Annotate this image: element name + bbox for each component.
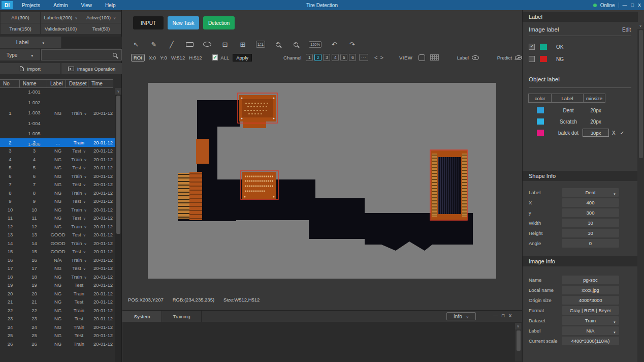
- console-scrollbar[interactable]: [515, 323, 522, 361]
- label-eye-icon[interactable]: [472, 55, 479, 60]
- filter-test-50[interactable]: Test(50): [81, 23, 121, 34]
- chevron-down-icon[interactable]: [83, 165, 86, 170]
- image-info-dataset-value[interactable]: Train: [562, 316, 619, 325]
- maximize-button[interactable]: □: [631, 3, 634, 8]
- chevron-down-icon[interactable]: [84, 240, 87, 246]
- table-row[interactable]: 2121NGTest20-01-12: [0, 298, 116, 307]
- menu-admin[interactable]: Admin: [53, 3, 68, 8]
- scrollbar-thumb[interactable]: [639, 30, 643, 158]
- tool-pen-icon[interactable]: ✎: [149, 39, 159, 50]
- column-header-no[interactable]: No: [0, 79, 20, 88]
- table-row[interactable]: 1919NGTest20-01-12: [0, 281, 116, 290]
- chevron-down-icon[interactable]: [83, 249, 86, 254]
- detection-button[interactable]: Detection: [203, 16, 235, 29]
- tool-fit-region-icon[interactable]: ⊞: [238, 39, 248, 50]
- table-row[interactable]: 2020NGTrain20-01-12: [0, 289, 116, 298]
- chevron-down-icon[interactable]: [84, 207, 87, 213]
- channel-3-button[interactable]: 3: [323, 54, 330, 61]
- shape-info-x-value[interactable]: 400: [562, 198, 619, 207]
- table-row[interactable]: 55NGTest20-01-12: [0, 164, 116, 172]
- column-header-time[interactable]: Time: [88, 79, 113, 88]
- chevron-down-icon[interactable]: [84, 157, 87, 162]
- table-row[interactable]: 88NGTrain20-01-12: [0, 189, 116, 197]
- checkbox[interactable]: [529, 56, 535, 62]
- checkbox[interactable]: [529, 44, 535, 50]
- minsize-input[interactable]: [583, 129, 609, 137]
- filter-validation-100[interactable]: Validation(100): [41, 23, 81, 34]
- table-row-group[interactable]: 11-0011-0021-0031-0041-0051-006NGTrain20…: [0, 88, 116, 138]
- image-info-name-value[interactable]: pg-soc: [562, 276, 619, 284]
- table-row[interactable]: 1818NGTrain20-01-12: [0, 273, 116, 281]
- column-header-name[interactable]: Name: [19, 79, 47, 88]
- menu-help[interactable]: Help: [105, 3, 116, 8]
- chevron-down-icon[interactable]: [84, 190, 87, 196]
- minimize-button[interactable]: —: [623, 3, 627, 8]
- object-label-row-dent[interactable]: Dent20px: [529, 105, 637, 116]
- table-row[interactable]: 2525NGTest20-01-12: [0, 331, 116, 340]
- table-row[interactable]: 1717NGTest20-01-12: [0, 264, 116, 273]
- chevron-down-icon[interactable]: [84, 224, 87, 229]
- scrollbar-thumb[interactable]: [517, 330, 521, 351]
- table-row[interactable]: 66NGTrain20-01-12: [0, 172, 116, 180]
- filter-train-150[interactable]: Train(150): [1, 23, 40, 34]
- image-info-origin-size-value[interactable]: 4000*3000: [562, 296, 619, 305]
- chevron-down-icon[interactable]: [84, 274, 87, 280]
- confirm-edit-button[interactable]: ✓: [620, 130, 624, 136]
- shape-info-width-value[interactable]: 30: [562, 219, 619, 227]
- channel-6-button[interactable]: 6: [349, 54, 356, 61]
- tool-ellipse-icon[interactable]: [202, 39, 212, 50]
- table-row[interactable]: 1414GOODTrain20-01-12: [0, 239, 116, 248]
- table-row[interactable]: 99NGTest20-01-12: [0, 197, 116, 206]
- tool-select-icon[interactable]: ↖: [131, 39, 141, 50]
- tool-fit-window-icon[interactable]: ⊡: [220, 39, 230, 50]
- chevron-down-icon[interactable]: [84, 257, 87, 263]
- minimize-button[interactable]: —: [493, 313, 498, 318]
- tool-rectangle-icon[interactable]: [184, 39, 195, 50]
- cancel-edit-button[interactable]: X: [612, 130, 616, 136]
- table-row[interactable]: 1010NGTrain20-01-12: [0, 205, 116, 214]
- channel-5-button[interactable]: 5: [340, 54, 347, 61]
- image-name[interactable]: 1-001: [20, 88, 48, 97]
- shape-info-height-value[interactable]: 30: [562, 229, 619, 237]
- channel-4-button[interactable]: 4: [332, 54, 339, 61]
- image-info-local-name-value[interactable]: xxxx.jpg: [562, 286, 619, 294]
- table-row[interactable]: 22...Train20-01-12: [0, 138, 116, 147]
- info-dropdown[interactable]: Info: [446, 312, 476, 320]
- shape-info-y-value[interactable]: 300: [562, 208, 619, 217]
- search-box[interactable]: [41, 49, 122, 61]
- panel-scrollbar[interactable]: [637, 22, 644, 362]
- tool-redo-icon[interactable]: ↷: [347, 39, 357, 50]
- predict-eye-off-icon[interactable]: [515, 55, 522, 60]
- prev-channel-icon[interactable]: <: [374, 54, 377, 61]
- label-filter-dropdown[interactable]: Label: [0, 37, 61, 48]
- image-info-label-value[interactable]: N/A: [562, 326, 619, 335]
- filter-active-100[interactable]: Active(100): [81, 12, 121, 23]
- tool-brush-icon[interactable]: ╱: [167, 39, 177, 50]
- table-row[interactable]: 1515GOODTest20-01-12: [0, 248, 116, 256]
- type-filter-dropdown[interactable]: Type: [0, 49, 40, 61]
- table-row[interactable]: 1616N/ATrain20-01-12: [0, 256, 116, 264]
- close-button[interactable]: X: [638, 3, 641, 8]
- import-button[interactable]: Import: [0, 63, 60, 74]
- menu-projects[interactable]: Projects: [22, 3, 40, 8]
- image-name[interactable]: 1-005: [20, 130, 48, 138]
- all-checkbox[interactable]: [212, 54, 218, 61]
- image-label-ng[interactable]: NG: [523, 53, 638, 65]
- chevron-down-icon[interactable]: [84, 110, 87, 116]
- table-row[interactable]: 1212NGTrain20-01-12: [0, 222, 116, 231]
- images-operation-button[interactable]: Images Operation: [61, 63, 122, 74]
- tool-zoom-out-icon[interactable]: [291, 39, 301, 50]
- chevron-down-icon[interactable]: [83, 215, 86, 221]
- object-label-row-scratch[interactable]: Scratch20px: [529, 116, 637, 127]
- menu-view[interactable]: View: [81, 3, 92, 8]
- column-header-dataset[interactable]: Dataset: [66, 79, 88, 88]
- table-row[interactable]: 1111NGTest20-01-12: [0, 214, 116, 223]
- chevron-down-icon[interactable]: [84, 173, 87, 179]
- table-row[interactable]: 44NGTrain20-01-12: [0, 155, 116, 164]
- input-tab[interactable]: INPUT: [133, 16, 164, 29]
- shape-info-angle-value[interactable]: 0: [562, 239, 619, 248]
- roi-button[interactable]: ROI: [131, 54, 145, 62]
- image-info-format-value[interactable]: Gray | RGB | Beyer: [562, 306, 619, 315]
- scrollbar-thumb[interactable]: [116, 96, 120, 234]
- table-row[interactable]: 33NGTest20-01-12: [0, 147, 116, 156]
